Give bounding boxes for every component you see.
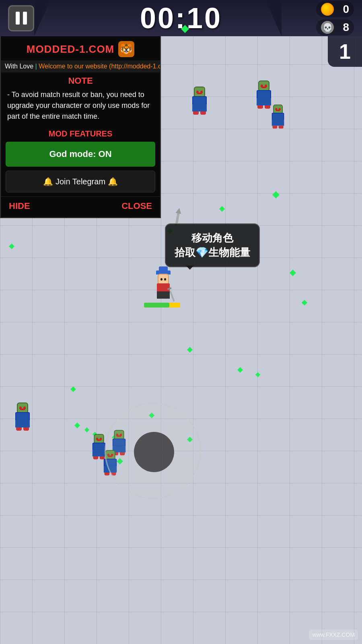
coin-icon — [321, 3, 334, 16]
mod-scroll-banner: With Love | Welcome to our website (http… — [1, 60, 160, 72]
joystick-outer[interactable] — [105, 402, 201, 499]
speech-bubble: 移动角色 拾取💎生物能量 — [165, 223, 260, 267]
watermark: www.FXXZ.COM — [309, 630, 358, 640]
hide-button[interactable]: HIDE — [9, 201, 30, 211]
joystick-inner[interactable] — [134, 432, 174, 472]
skull-icon: 💀 — [321, 21, 334, 34]
scroll-love: With Love — [5, 63, 33, 70]
score-value: 1 — [339, 40, 351, 63]
skull-stat: 💀 8 — [316, 19, 354, 35]
hud-stats: 0 💀 8 — [316, 1, 354, 35]
game-timer: 00:10 — [140, 2, 222, 35]
skull-value: 8 — [337, 21, 349, 34]
coin-stat: 0 — [316, 1, 354, 17]
hud-bar: 00:10 0 💀 8 — [0, 0, 362, 36]
score-badge: 1 — [328, 36, 362, 67]
mod-title: MODDED-1.COM — [27, 43, 115, 56]
player-character — [153, 274, 174, 299]
mod-footer: HIDE CLOSE — [1, 196, 160, 213]
coin-value: 0 — [337, 3, 349, 16]
telegram-button[interactable]: 🔔 Join Telegram 🔔 — [6, 171, 155, 192]
zombie — [267, 103, 288, 128]
scroll-welcome: Welcome to our website (http://modded-1.… — [39, 63, 160, 70]
mod-header: MODDED-1.COM 🐯 — [1, 36, 160, 60]
note-text: - To avoid match result or ban, you need… — [7, 89, 154, 122]
speech-text: 移动角色 拾取💎生物能量 — [175, 231, 250, 260]
close-button[interactable]: CLOSE — [121, 201, 152, 211]
scroll-separator: | — [35, 63, 39, 70]
telegram-label: 🔔 Join Telegram 🔔 — [43, 177, 117, 186]
zombie — [12, 402, 33, 428]
note-section: NOTE - To avoid match result or ban, you… — [1, 72, 160, 125]
watermark-text: www.FXXZ.COM — [312, 632, 355, 638]
god-mode-button[interactable]: God mode: ON — [6, 142, 155, 167]
health-fill — [144, 303, 169, 308]
mod-panel: MODDED-1.COM 🐯 With Love | Welcome to ou… — [0, 36, 161, 218]
note-label: NOTE — [7, 76, 154, 86]
speech-line1: 移动角色 — [191, 232, 233, 244]
speech-line2: 拾取💎生物能量 — [175, 246, 250, 258]
zombie — [189, 87, 210, 112]
mod-features-label: MOD FEATURES — [1, 129, 160, 138]
scroll-text: With Love | Welcome to our website (http… — [5, 63, 160, 70]
pause-button[interactable] — [8, 5, 34, 31]
tiger-icon: 🐯 — [118, 41, 134, 57]
health-bar — [144, 303, 180, 308]
god-mode-label: God mode: ON — [49, 149, 111, 159]
